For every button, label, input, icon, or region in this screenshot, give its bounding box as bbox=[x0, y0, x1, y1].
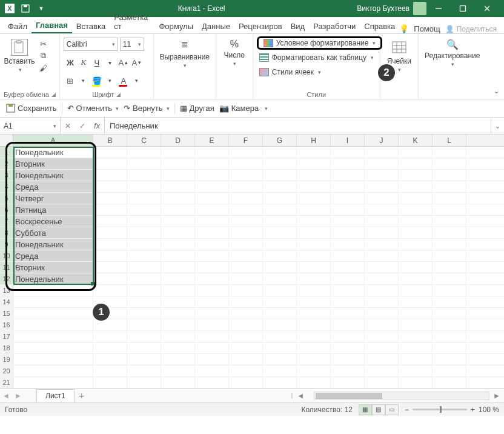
cell[interactable] bbox=[229, 319, 263, 330]
cell[interactable] bbox=[195, 342, 229, 353]
row-header[interactable]: 16 bbox=[0, 319, 13, 330]
cell[interactable] bbox=[433, 181, 466, 192]
cell[interactable] bbox=[433, 239, 466, 250]
increase-font-button[interactable]: A▲ bbox=[117, 56, 130, 69]
cell[interactable] bbox=[127, 250, 161, 261]
cell[interactable] bbox=[263, 331, 297, 342]
cell[interactable]: Вторник bbox=[13, 262, 93, 273]
tab-file[interactable]: Файл bbox=[4, 19, 31, 33]
cell[interactable] bbox=[195, 331, 229, 342]
cell[interactable] bbox=[365, 239, 399, 250]
cell[interactable] bbox=[161, 193, 195, 204]
cell[interactable]: Среда bbox=[13, 250, 93, 261]
cell[interactable] bbox=[229, 227, 263, 238]
row-header[interactable]: 20 bbox=[0, 366, 13, 376]
cell[interactable] bbox=[13, 319, 93, 330]
cell[interactable]: Среда bbox=[13, 181, 93, 192]
column-header[interactable]: B bbox=[93, 135, 127, 146]
select-all-corner[interactable] bbox=[0, 135, 13, 146]
cell[interactable] bbox=[331, 239, 365, 250]
zoom-out-button[interactable]: − bbox=[405, 406, 409, 414]
cell[interactable] bbox=[331, 296, 365, 307]
cell[interactable] bbox=[263, 204, 297, 215]
row-header[interactable]: 3 bbox=[0, 170, 13, 181]
cell[interactable] bbox=[93, 216, 127, 227]
tab-help[interactable]: Справка bbox=[360, 19, 399, 33]
cell[interactable] bbox=[297, 250, 331, 261]
cell[interactable] bbox=[399, 366, 433, 376]
format-painter-icon[interactable]: 🖌 bbox=[38, 63, 48, 73]
cell[interactable] bbox=[399, 296, 433, 307]
sheet-nav-prev[interactable]: ◄ bbox=[0, 392, 12, 400]
cell[interactable] bbox=[331, 181, 365, 192]
tab-home[interactable]: Главная bbox=[31, 18, 72, 33]
cell[interactable] bbox=[229, 331, 263, 342]
tab-view[interactable]: Вид bbox=[287, 19, 310, 33]
cell[interactable] bbox=[433, 216, 466, 227]
cells-button[interactable]: Ячейки ▾ bbox=[384, 35, 414, 73]
column-header[interactable]: F bbox=[229, 135, 263, 146]
cell[interactable]: Понедельник bbox=[13, 239, 93, 250]
cell[interactable] bbox=[229, 308, 263, 319]
cell[interactable] bbox=[263, 285, 297, 296]
cell[interactable] bbox=[229, 170, 263, 181]
copy-icon[interactable]: ⧉ bbox=[38, 51, 48, 61]
cell[interactable] bbox=[297, 216, 331, 227]
cell[interactable] bbox=[399, 239, 433, 250]
cell[interactable] bbox=[229, 377, 263, 388]
cancel-formula-icon[interactable]: ✕ bbox=[61, 122, 75, 130]
cell[interactable] bbox=[263, 147, 297, 158]
cell[interactable] bbox=[127, 239, 161, 250]
cell[interactable] bbox=[297, 331, 331, 342]
cell[interactable] bbox=[365, 296, 399, 307]
cell[interactable] bbox=[263, 354, 297, 365]
cell[interactable]: Понедельник bbox=[13, 273, 93, 284]
qat-redo-button[interactable]: ↷ Вернуть ▾ bbox=[124, 104, 170, 113]
cell[interactable] bbox=[263, 250, 297, 261]
cell[interactable] bbox=[365, 250, 399, 261]
cell[interactable] bbox=[365, 285, 399, 296]
cell[interactable] bbox=[229, 285, 263, 296]
borders-dropdown[interactable]: ▾ bbox=[77, 74, 90, 87]
view-normal-button[interactable]: ▦ bbox=[359, 404, 372, 415]
cell[interactable] bbox=[13, 296, 93, 307]
cell[interactable] bbox=[127, 342, 161, 353]
cell[interactable] bbox=[93, 239, 127, 250]
cell[interactable] bbox=[365, 158, 399, 169]
cell[interactable] bbox=[365, 170, 399, 181]
cell[interactable] bbox=[297, 366, 331, 376]
cell[interactable] bbox=[297, 262, 331, 273]
cell[interactable] bbox=[93, 319, 127, 330]
cell-styles-button[interactable]: Стили ячеек ▾ bbox=[257, 65, 383, 79]
cell[interactable] bbox=[297, 193, 331, 204]
cell[interactable] bbox=[161, 250, 195, 261]
cell[interactable] bbox=[263, 319, 297, 330]
cell[interactable] bbox=[433, 262, 466, 273]
cell[interactable] bbox=[297, 147, 331, 158]
cell[interactable] bbox=[399, 354, 433, 365]
decrease-font-button[interactable]: A▼ bbox=[130, 56, 144, 69]
cell[interactable] bbox=[13, 342, 93, 353]
close-button[interactable] bbox=[475, 0, 499, 17]
cell[interactable] bbox=[331, 158, 365, 169]
cell[interactable] bbox=[127, 227, 161, 238]
cell[interactable] bbox=[331, 216, 365, 227]
cell[interactable] bbox=[161, 273, 195, 284]
cell[interactable] bbox=[195, 158, 229, 169]
cell[interactable] bbox=[195, 250, 229, 261]
cell[interactable] bbox=[161, 216, 195, 227]
cell[interactable] bbox=[195, 170, 229, 181]
cell[interactable]: Суббота bbox=[13, 227, 93, 238]
cell[interactable] bbox=[365, 273, 399, 284]
cell[interactable] bbox=[229, 181, 263, 192]
tab-review[interactable]: Рецензиров bbox=[234, 19, 287, 33]
cell[interactable] bbox=[127, 262, 161, 273]
cell[interactable] bbox=[433, 331, 466, 342]
cell[interactable] bbox=[195, 216, 229, 227]
column-header[interactable]: G bbox=[263, 135, 297, 146]
cell[interactable] bbox=[297, 319, 331, 330]
formula-input[interactable]: Понедельник bbox=[105, 118, 491, 134]
cell[interactable] bbox=[195, 319, 229, 330]
cell[interactable] bbox=[297, 377, 331, 388]
cell[interactable] bbox=[127, 170, 161, 181]
